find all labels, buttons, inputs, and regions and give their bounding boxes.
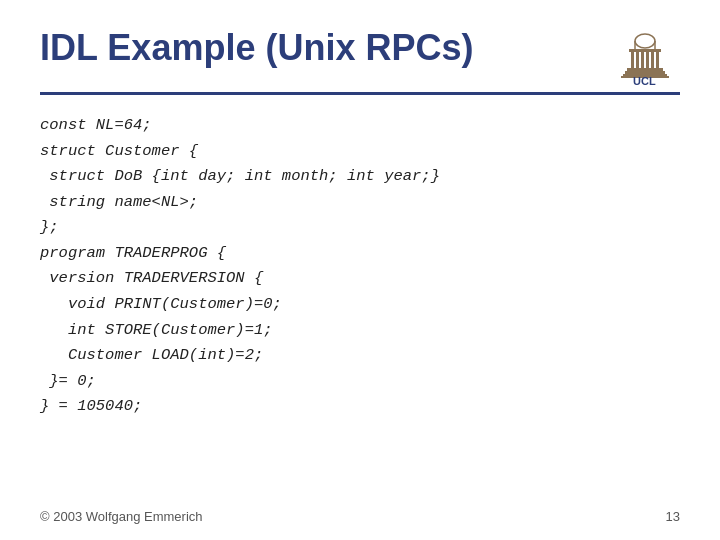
code-line-7: version TRADERVERSION { bbox=[40, 266, 680, 292]
ucl-logo-container: UCL bbox=[610, 28, 680, 88]
code-line-5: }; bbox=[40, 215, 680, 241]
code-line-3: struct DoB {int day; int month; int year… bbox=[40, 164, 680, 190]
code-line-9: int STORE(Customer)=1; bbox=[40, 318, 680, 344]
slide-header: IDL Example (Unix RPCs) bbox=[40, 28, 680, 88]
copyright-text: © 2003 Wolfgang Emmerich bbox=[40, 509, 203, 524]
svg-text:UCL: UCL bbox=[633, 75, 656, 86]
code-line-2: struct Customer { bbox=[40, 139, 680, 165]
svg-rect-6 bbox=[641, 52, 644, 68]
svg-rect-5 bbox=[636, 52, 639, 68]
slide-footer: © 2003 Wolfgang Emmerich 13 bbox=[40, 509, 680, 524]
code-line-10: Customer LOAD(int)=2; bbox=[40, 343, 680, 369]
code-line-1: const NL=64; bbox=[40, 113, 680, 139]
code-line-4: string name<NL>; bbox=[40, 190, 680, 216]
svg-rect-7 bbox=[646, 52, 649, 68]
svg-rect-11 bbox=[625, 71, 665, 74]
page-number: 13 bbox=[666, 509, 680, 524]
code-block: const NL=64; struct Customer { struct Do… bbox=[40, 113, 680, 420]
svg-rect-10 bbox=[627, 68, 663, 71]
svg-point-0 bbox=[635, 34, 655, 48]
title-divider bbox=[40, 92, 680, 95]
code-line-12: } = 105040; bbox=[40, 394, 680, 420]
code-line-6: program TRADERPROG { bbox=[40, 241, 680, 267]
code-line-8: void PRINT(Customer)=0; bbox=[40, 292, 680, 318]
svg-rect-8 bbox=[651, 52, 654, 68]
svg-rect-9 bbox=[656, 52, 659, 68]
svg-rect-4 bbox=[631, 52, 634, 68]
ucl-logo-icon: UCL bbox=[615, 31, 675, 86]
slide-title: IDL Example (Unix RPCs) bbox=[40, 28, 473, 68]
svg-rect-3 bbox=[629, 49, 661, 52]
code-line-11: }= 0; bbox=[40, 369, 680, 395]
slide: IDL Example (Unix RPCs) bbox=[0, 0, 720, 540]
